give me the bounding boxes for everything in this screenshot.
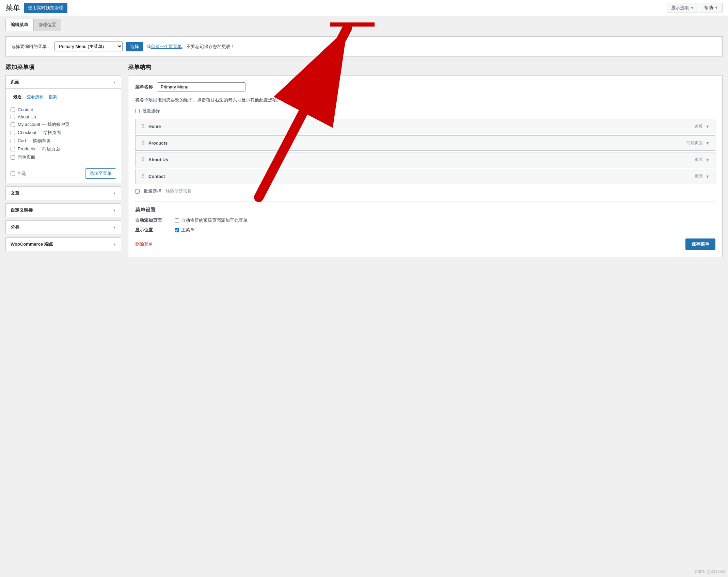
chevron-up-icon: ▲: [113, 80, 116, 84]
drag-handle-icon: ⠿: [141, 156, 145, 163]
category-accordion-header[interactable]: 分类 ▼: [6, 221, 121, 234]
menu-item-about[interactable]: ⠿ About Us 页面 ▼: [135, 152, 715, 167]
select-bar-text: 或创建一个新菜单。不要忘记保存您的更改！: [146, 44, 235, 50]
select-menu-label: 选择要编辑的菜单：: [11, 44, 51, 50]
list-item: Products — 商店页面: [11, 145, 116, 153]
top-bar-left: 菜单 使用实时预览管理: [5, 3, 67, 13]
batch-select-label-top: 批量选择: [142, 108, 160, 114]
page-checkbox-about[interactable]: [11, 115, 15, 119]
list-item: Contact: [11, 106, 116, 113]
page-checkbox-contact[interactable]: [11, 108, 15, 112]
woocommerce-accordion-header[interactable]: WooCommerce 端点 ▼: [6, 238, 121, 251]
select-button[interactable]: 选择: [126, 42, 143, 51]
instruction-text: 将各个项目拖到您喜欢的顺序。点击项目右边的箭头可显示其他配置选项。: [135, 97, 715, 103]
menu-item-name-home: Home: [148, 124, 161, 129]
top-bar-right: 显示选项 ▼ 帮助 ▼: [667, 3, 723, 13]
chevron-down-icon[interactable]: ▼: [706, 174, 710, 179]
page-checkbox-checkout[interactable]: [11, 131, 15, 135]
auto-add-text: 自动将新的顶级页面添加至此菜单: [181, 217, 248, 224]
menu-name-label: 菜单名称: [135, 84, 153, 90]
batch-select-top: 批量选择: [135, 108, 715, 114]
screen-options-label: 显示选项: [671, 5, 689, 11]
add-menu-items-title: 添加菜单项: [5, 63, 121, 71]
tabs-bar: 编辑菜单 管理位置: [0, 16, 728, 31]
menu-item-home[interactable]: ⠿ Home 首页 ▼: [135, 119, 715, 134]
page-checkbox-sample[interactable]: [11, 155, 15, 160]
left-panel: 添加菜单项 页面 ▲ 最近 查看所有 搜索 Conta: [5, 63, 121, 254]
preview-button[interactable]: 使用实时预览管理: [24, 3, 67, 13]
auto-add-checkbox[interactable]: [175, 218, 179, 223]
auto-add-row: 自动添加页面 自动将新的顶级页面添加至此菜单: [135, 217, 715, 224]
page-label-about: About Us: [18, 114, 36, 119]
menu-item-name-products: Products: [148, 141, 168, 146]
chevron-down-icon[interactable]: ▼: [706, 158, 710, 162]
list-item: About Us: [11, 113, 116, 120]
list-item: Checkout — 结帐页面: [11, 129, 116, 137]
chevron-down-icon[interactable]: ▼: [706, 141, 710, 146]
menu-item-products[interactable]: ⠿ Products 商店页面 ▼: [135, 135, 715, 151]
woocommerce-accordion: WooCommerce 端点 ▼: [5, 237, 121, 251]
menu-name-row: 菜单名称: [135, 82, 715, 92]
menu-items-list: ⠿ Home 首页 ▼ ⠿ Products: [135, 119, 715, 184]
display-value: 主菜单: [175, 227, 194, 233]
pages-sub-tabs: 最近 查看所有 搜索: [11, 93, 116, 102]
remove-selected-button[interactable]: 移除所选项目: [165, 188, 192, 194]
menu-item-right-contact: 页面 ▼: [695, 174, 710, 179]
page-label-checkout: Checkout — 结帐页面: [18, 130, 61, 136]
menu-settings-title: 菜单设置: [135, 207, 715, 213]
pages-header-label: 页面: [11, 79, 19, 85]
save-menu-button[interactable]: 保存菜单: [685, 238, 715, 250]
custom-link-header-label: 自定义链接: [11, 207, 33, 213]
tab-view-all[interactable]: 查看所有: [24, 93, 46, 102]
pages-accordion-body: 最近 查看所有 搜索 Contact About Us: [6, 88, 121, 183]
select-all-checkbox[interactable]: [11, 171, 15, 176]
menu-structure-title: 菜单结构: [128, 63, 723, 71]
woocommerce-header-label: WooCommerce 端点: [11, 241, 53, 247]
page-label-products: Products — 商店页面: [18, 146, 60, 152]
tab-edit-menu[interactable]: 编辑菜单: [5, 19, 33, 31]
drag-handle-icon: ⠿: [141, 140, 145, 146]
list-item: My account — 我的账户页: [11, 120, 116, 129]
custom-link-accordion-header[interactable]: 自定义链接 ▼: [6, 204, 121, 217]
pages-accordion-header[interactable]: 页面 ▲: [6, 76, 121, 88]
display-location-text: 主菜单: [181, 227, 194, 233]
drag-handle-icon: ⠿: [141, 123, 145, 130]
display-location-row: 显示位置 主菜单: [135, 227, 715, 233]
chevron-down-icon: ▼: [690, 6, 694, 10]
content-area: 选择要编辑的菜单： Primary Menu (主菜单) 选择 或创建一个新菜单…: [0, 31, 728, 263]
page-checkbox-myaccount[interactable]: [11, 122, 15, 127]
help-button[interactable]: 帮助 ▼: [700, 3, 723, 13]
page-label-myaccount: My account — 我的账户页: [18, 121, 69, 128]
tab-manage-location[interactable]: 管理位置: [33, 19, 61, 31]
page-checkbox-cart[interactable]: [11, 139, 15, 143]
batch-select-checkbox-bottom[interactable]: [135, 189, 140, 194]
delete-menu-button[interactable]: 删除菜单: [135, 241, 153, 247]
articles-accordion-header[interactable]: 文章 ▼: [6, 187, 121, 200]
create-new-menu-link[interactable]: 创建一个新菜单: [151, 44, 182, 49]
tab-search[interactable]: 搜索: [46, 93, 60, 102]
menu-name-input[interactable]: [157, 82, 246, 92]
batch-select-bottom: 批量选择 移除所选项目: [135, 188, 715, 194]
chevron-down-icon[interactable]: ▼: [706, 124, 710, 129]
list-item: 示例页面: [11, 153, 116, 161]
main-columns: 添加菜单项 页面 ▲ 最近 查看所有 搜索 Conta: [5, 63, 723, 257]
articles-header-label: 文章: [11, 190, 19, 196]
menu-item-name-contact: Contact: [148, 174, 165, 179]
menu-item-contact[interactable]: ⠿ Contact 页面 ▼: [135, 169, 715, 184]
page-checkbox-products[interactable]: [11, 147, 15, 151]
page-label-sample: 示例页面: [18, 154, 35, 160]
auto-add-checkbox-label: 自动将新的顶级页面添加至此菜单: [175, 217, 248, 224]
tab-recent[interactable]: 最近: [11, 93, 24, 102]
menu-item-right-home: 首页 ▼: [695, 123, 710, 129]
add-to-menu-button[interactable]: 添加至菜单: [85, 168, 116, 179]
select-menu-bar: 选择要编辑的菜单： Primary Menu (主菜单) 选择 或创建一个新菜单…: [5, 36, 723, 56]
menu-dropdown[interactable]: Primary Menu (主菜单): [54, 42, 123, 51]
batch-select-label-bottom: 批量选择: [144, 188, 161, 194]
batch-select-checkbox-top[interactable]: [135, 109, 140, 113]
display-location-checkbox[interactable]: [175, 228, 179, 232]
screen-options-button[interactable]: 显示选项 ▼: [667, 3, 698, 13]
pages-list-footer: 全选 添加至菜单: [11, 165, 116, 179]
display-label: 显示位置: [135, 227, 169, 233]
select-all-row: 全选: [11, 170, 26, 177]
menu-item-type-about: 页面: [695, 157, 703, 163]
